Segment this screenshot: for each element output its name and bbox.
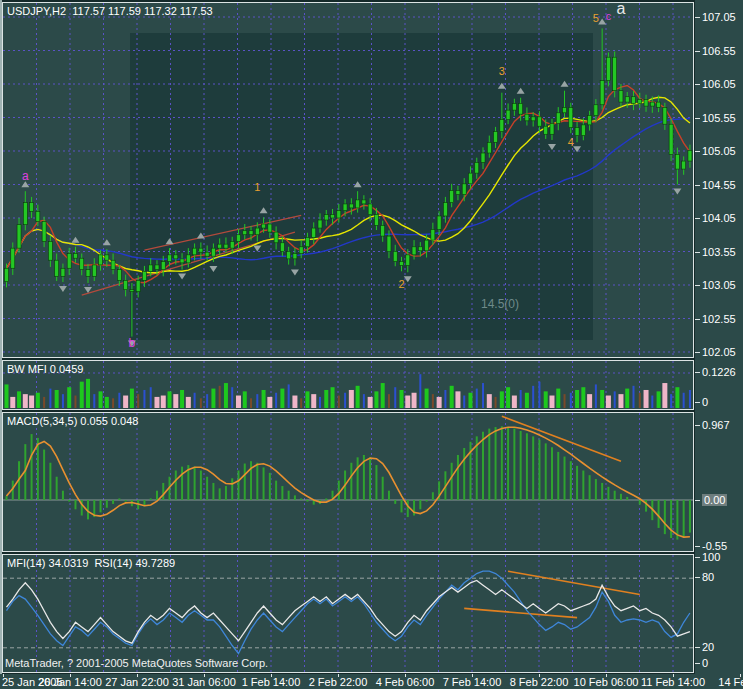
- bwmfi-bar: [587, 394, 592, 408]
- axis-tick-label: 0.1226: [702, 366, 736, 378]
- bwmfi-bar: [544, 391, 548, 408]
- panel-rsi-canvas[interactable]: [3, 555, 693, 672]
- candle-body: [312, 228, 316, 237]
- bwmfi-bar: [338, 396, 340, 408]
- candle-body: [412, 247, 416, 255]
- bwmfi-bar: [437, 397, 442, 408]
- bwmfi-bar: [243, 391, 247, 408]
- panel-main-canvas[interactable]: ab12345ca14.5(0): [3, 3, 693, 357]
- candle-body: [537, 117, 541, 126]
- axis-tick: [695, 319, 700, 320]
- candle-body: [61, 268, 65, 276]
- bwmfi-bar: [194, 393, 196, 408]
- axis-tick: [695, 151, 700, 152]
- candle-body: [374, 215, 378, 226]
- candle-body: [111, 260, 115, 269]
- candle-body: [92, 265, 96, 276]
- candle-body: [531, 117, 535, 121]
- axis-tick: [695, 402, 700, 403]
- candle-body: [161, 262, 165, 270]
- rsi-line: [7, 571, 690, 653]
- mfi-line: [7, 581, 690, 644]
- date-label: 1 Feb 14:00: [242, 676, 301, 688]
- bwmfi-bar: [10, 397, 15, 408]
- bwmfi-bar: [80, 382, 84, 408]
- candle-body: [117, 270, 121, 281]
- candle-body: [218, 244, 222, 248]
- candle-body: [569, 107, 573, 127]
- candle-body: [494, 132, 498, 143]
- panel-macd-canvas[interactable]: [3, 413, 693, 551]
- candle-body: [318, 220, 322, 228]
- axis-tick: [695, 546, 700, 547]
- bwmfi-bar: [412, 393, 417, 408]
- bwmfi-bar: [482, 383, 484, 408]
- bwmfi-indicator-panel[interactable]: BW MFI 0.0459: [2, 360, 694, 410]
- bwmfi-bar: [657, 391, 661, 408]
- date-label: 2 Feb 22:00: [309, 676, 368, 688]
- candle-body: [324, 215, 328, 220]
- candle-body: [230, 241, 234, 248]
- bwmfi-bar: [374, 391, 378, 408]
- candle-body: [456, 191, 460, 195]
- candle-body: [186, 255, 190, 263]
- axis-tick-label: 106.55: [702, 45, 736, 57]
- time-axis: 25 Jan 200526 Jan 14:0027 Jan 22:0031 Ja…: [0, 674, 743, 689]
- candle-body: [462, 184, 466, 195]
- bwmfi-bar: [93, 394, 95, 408]
- bwmfi-bar: [468, 393, 472, 408]
- candle-body: [550, 124, 554, 135]
- candle-body: [274, 232, 278, 243]
- date-label: 10 Feb 06:00: [574, 676, 639, 688]
- axis-tick-label: 80: [702, 571, 714, 583]
- date-label: 26 Jan 14:00: [38, 676, 102, 688]
- bwmfi-bar: [506, 387, 510, 408]
- fractal-down-icon: [59, 286, 67, 292]
- bwmfi-bar: [651, 396, 653, 408]
- metatrader-chart-window: USDJPY,H2 117.57 117.59 117.32 117.53 ab…: [0, 0, 743, 689]
- mfi-rsi-indicator-panel[interactable]: MFI(14) 34.0319 RSI(14) 49.7289: [2, 554, 694, 673]
- wave-label: a: [22, 169, 29, 183]
- candle-body: [224, 244, 228, 248]
- candle-body: [500, 120, 504, 132]
- candle-body: [30, 203, 34, 212]
- bwmfi-bar: [300, 398, 302, 408]
- bwmfi-bar: [137, 394, 139, 408]
- date-label: 8 Feb 22:00: [510, 676, 569, 688]
- bwmfi-bar: [324, 390, 328, 408]
- panel-bwmfi-canvas[interactable]: [3, 361, 693, 409]
- candle-body: [124, 280, 128, 289]
- main-price-chart[interactable]: USDJPY,H2 117.57 117.59 117.32 117.53 ab…: [2, 2, 694, 358]
- date-label: 4 Feb 06:00: [376, 676, 435, 688]
- bwmfi-bar: [432, 394, 434, 408]
- bwmfi-bar: [581, 387, 585, 408]
- bwmfi-bar: [683, 393, 685, 408]
- bwmfi-bar: [319, 397, 321, 408]
- candle-body: [48, 241, 52, 260]
- copyright-text: MetaTrader, ? 2001-2005 MetaQuotes Softw…: [5, 657, 268, 669]
- candle-body: [575, 128, 579, 136]
- axis-tick: [695, 372, 700, 373]
- bwmfi-bar: [400, 390, 404, 408]
- bwmfi-bar: [614, 391, 616, 408]
- candle-body: [11, 248, 15, 268]
- bwmfi-bar: [512, 396, 517, 408]
- candle-body: [262, 224, 266, 228]
- bwmfi-bar: [275, 393, 277, 408]
- bwmfi-bar: [130, 389, 134, 408]
- bwmfi-bar: [231, 387, 233, 408]
- axis-tick-label: 104.05: [702, 212, 736, 224]
- wave-label: a: [617, 3, 626, 17]
- bwmfi-bar: [206, 394, 208, 408]
- bwmfi-bar: [388, 394, 390, 408]
- bwmfi-bar: [476, 389, 478, 408]
- candle-body: [67, 254, 71, 269]
- bwmfi-bar: [487, 394, 492, 408]
- macd-indicator-panel[interactable]: MACD(5,34,5) 0.055 0.048: [2, 412, 694, 552]
- bwmfi-bar: [23, 394, 28, 408]
- bwmfi-bar: [29, 396, 34, 408]
- axis-tick-label: 107.05: [702, 11, 736, 23]
- bwmfi-bar: [520, 390, 522, 408]
- axis-tick-label: 0.00: [702, 494, 727, 506]
- bwmfi-bar: [173, 394, 178, 408]
